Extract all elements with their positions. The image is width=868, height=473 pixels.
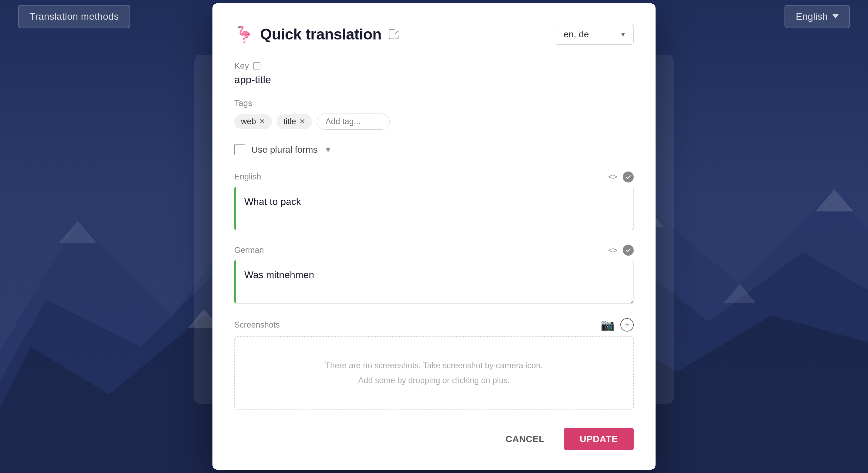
english-field-label: English <box>234 172 261 182</box>
german-field-label: German <box>234 246 264 255</box>
english-field-actions: <> <box>608 172 634 182</box>
modal-title-area: 🦩 Quick translation <box>234 26 399 43</box>
english-check-button[interactable] <box>623 172 634 182</box>
english-code-icon[interactable]: <> <box>608 172 617 182</box>
key-value: app-title <box>234 74 634 86</box>
key-section: Key app-title <box>234 61 634 86</box>
tag-chip-title: title ✕ <box>277 114 312 129</box>
german-check-button[interactable] <box>623 245 634 256</box>
screenshots-label: Screenshots <box>234 320 280 330</box>
german-translation-field: German <> <box>234 245 634 305</box>
plural-forms-section: Use plural forms ▾ <box>234 144 634 155</box>
tag-web-label: web <box>241 117 256 126</box>
key-label: Key <box>234 61 634 71</box>
tags-section: Tags web ✕ title ✕ <box>234 98 634 130</box>
modal-overlay: 🦩 Quick translation en, de ▾ Key app-tit… <box>0 0 868 473</box>
english-field-header: English <> <box>234 172 634 182</box>
screenshots-section: Screenshots 📷 + There are no screenshots… <box>234 318 634 410</box>
screenshot-actions: 📷 + <box>600 318 634 331</box>
modal-header: 🦩 Quick translation en, de ▾ <box>234 24 634 45</box>
plural-forms-checkbox[interactable] <box>234 144 245 155</box>
camera-icon[interactable]: 📷 <box>600 318 615 331</box>
plural-forms-label: Use plural forms <box>251 145 317 155</box>
tag-title-label: title <box>283 117 296 126</box>
plural-chevron-icon[interactable]: ▾ <box>326 145 330 154</box>
flamingo-icon: 🦩 <box>234 26 254 42</box>
tags-label: Tags <box>234 98 634 108</box>
update-button[interactable]: UPDATE <box>564 428 634 450</box>
tags-row: web ✕ title ✕ <box>234 114 634 130</box>
modal-footer: CANCEL UPDATE <box>234 428 634 450</box>
german-field-actions: <> <box>608 245 634 256</box>
external-link-icon[interactable] <box>389 29 399 39</box>
tag-web-remove-button[interactable]: ✕ <box>259 118 265 125</box>
quick-translation-modal: 🦩 Quick translation en, de ▾ Key app-tit… <box>212 3 656 470</box>
lang-pair-value: en, de <box>564 29 589 39</box>
german-translation-textarea[interactable] <box>234 260 634 304</box>
english-translation-textarea[interactable] <box>234 187 634 230</box>
language-pair-selector[interactable]: en, de ▾ <box>555 24 634 45</box>
lang-selector-chevron-icon: ▾ <box>621 30 625 38</box>
screenshots-empty-text: There are no screenshots. Take screensho… <box>247 358 621 388</box>
add-screenshot-button[interactable]: + <box>620 318 634 331</box>
english-translation-field: English <> <box>234 172 634 232</box>
modal-title: Quick translation <box>260 26 381 43</box>
add-tag-input[interactable] <box>317 114 390 130</box>
tag-chip-web: web ✕ <box>234 114 272 129</box>
german-field-header: German <> <box>234 245 634 256</box>
cancel-button[interactable]: CANCEL <box>495 428 555 450</box>
screenshots-drop-zone[interactable]: There are no screenshots. Take screensho… <box>234 336 634 410</box>
tag-title-remove-button[interactable]: ✕ <box>299 118 305 125</box>
screenshots-header: Screenshots 📷 + <box>234 318 634 331</box>
key-link-icon[interactable] <box>253 62 260 69</box>
german-code-icon[interactable]: <> <box>608 246 617 255</box>
